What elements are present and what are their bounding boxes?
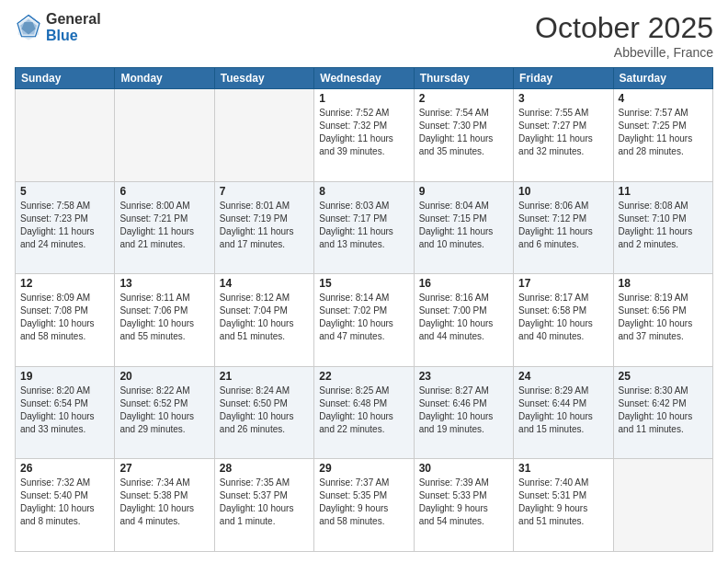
day-number: 13 xyxy=(119,277,209,290)
day-info: Sunrise: 8:14 AMSunset: 7:02 PMDaylight:… xyxy=(319,292,408,343)
day-info: Sunrise: 8:30 AMSunset: 6:42 PMDaylight:… xyxy=(619,385,708,436)
header-thursday: Thursday xyxy=(414,68,513,89)
calendar-cell: 1Sunrise: 7:52 AMSunset: 7:32 PMDaylight… xyxy=(314,89,414,182)
calendar-cell: 15Sunrise: 8:14 AMSunset: 7:02 PMDayligh… xyxy=(314,274,414,367)
day-info: Sunrise: 7:40 AMSunset: 5:31 PMDaylight:… xyxy=(518,477,608,528)
calendar-cell xyxy=(115,89,214,182)
day-info: Sunrise: 7:55 AMSunset: 7:27 PMDaylight:… xyxy=(518,107,608,158)
day-number: 10 xyxy=(518,185,608,198)
calendar-cell: 19Sunrise: 8:20 AMSunset: 6:54 PMDayligh… xyxy=(16,366,115,459)
calendar-cell xyxy=(214,89,313,182)
calendar-cell: 30Sunrise: 7:39 AMSunset: 5:33 PMDayligh… xyxy=(414,459,513,552)
day-number: 24 xyxy=(518,370,608,383)
header-sunday: Sunday xyxy=(16,68,115,89)
calendar-cell: 27Sunrise: 7:34 AMSunset: 5:38 PMDayligh… xyxy=(115,459,214,552)
day-number: 12 xyxy=(20,277,109,290)
day-info: Sunrise: 8:27 AMSunset: 6:46 PMDaylight:… xyxy=(419,385,508,436)
calendar-cell: 10Sunrise: 8:06 AMSunset: 7:12 PMDayligh… xyxy=(514,181,613,274)
calendar-cell: 11Sunrise: 8:08 AMSunset: 7:10 PMDayligh… xyxy=(613,181,712,274)
calendar-cell: 24Sunrise: 8:29 AMSunset: 6:44 PMDayligh… xyxy=(514,366,613,459)
calendar-cell: 28Sunrise: 7:35 AMSunset: 5:37 PMDayligh… xyxy=(214,459,313,552)
calendar-cell: 16Sunrise: 8:16 AMSunset: 7:00 PMDayligh… xyxy=(414,274,513,367)
calendar-table: Sunday Monday Tuesday Wednesday Thursday… xyxy=(15,67,713,552)
day-number: 11 xyxy=(619,185,708,198)
day-number: 6 xyxy=(119,185,209,198)
day-info: Sunrise: 8:12 AMSunset: 7:04 PMDaylight:… xyxy=(220,292,309,343)
logo-general-text: General xyxy=(46,11,101,28)
calendar-row-3: 19Sunrise: 8:20 AMSunset: 6:54 PMDayligh… xyxy=(16,366,713,459)
day-number: 3 xyxy=(518,92,608,105)
day-info: Sunrise: 7:34 AMSunset: 5:38 PMDaylight:… xyxy=(119,477,209,528)
day-number: 4 xyxy=(619,92,708,105)
calendar-cell: 26Sunrise: 7:32 AMSunset: 5:40 PMDayligh… xyxy=(16,459,115,552)
calendar-cell: 13Sunrise: 8:11 AMSunset: 7:06 PMDayligh… xyxy=(115,274,214,367)
logo: General Blue xyxy=(15,11,101,43)
weekday-header-row: Sunday Monday Tuesday Wednesday Thursday… xyxy=(16,68,713,89)
day-number: 18 xyxy=(619,277,708,290)
page: General Blue October 2025 Abbeville, Fra… xyxy=(0,0,728,563)
calendar-cell: 7Sunrise: 8:01 AMSunset: 7:19 PMDaylight… xyxy=(214,181,313,274)
day-number: 16 xyxy=(419,277,508,290)
day-info: Sunrise: 7:35 AMSunset: 5:37 PMDaylight:… xyxy=(220,477,309,528)
header-monday: Monday xyxy=(115,68,214,89)
calendar-cell: 3Sunrise: 7:55 AMSunset: 7:27 PMDaylight… xyxy=(514,89,613,182)
day-info: Sunrise: 7:54 AMSunset: 7:30 PMDaylight:… xyxy=(419,107,508,158)
day-info: Sunrise: 8:11 AMSunset: 7:06 PMDaylight:… xyxy=(119,292,209,343)
day-info: Sunrise: 8:04 AMSunset: 7:15 PMDaylight:… xyxy=(419,200,508,251)
day-number: 1 xyxy=(319,92,408,105)
day-number: 31 xyxy=(518,462,608,475)
calendar-cell: 12Sunrise: 8:09 AMSunset: 7:08 PMDayligh… xyxy=(16,274,115,367)
day-info: Sunrise: 8:09 AMSunset: 7:08 PMDaylight:… xyxy=(20,292,109,343)
day-info: Sunrise: 8:24 AMSunset: 6:50 PMDaylight:… xyxy=(220,385,309,436)
day-info: Sunrise: 8:29 AMSunset: 6:44 PMDaylight:… xyxy=(518,385,608,436)
logo-blue-text: Blue xyxy=(46,28,101,44)
header-tuesday: Tuesday xyxy=(214,68,313,89)
calendar-cell: 5Sunrise: 7:58 AMSunset: 7:23 PMDaylight… xyxy=(16,181,115,274)
calendar-cell: 14Sunrise: 8:12 AMSunset: 7:04 PMDayligh… xyxy=(214,274,313,367)
calendar-cell: 22Sunrise: 8:25 AMSunset: 6:48 PMDayligh… xyxy=(314,366,414,459)
day-info: Sunrise: 8:19 AMSunset: 6:56 PMDaylight:… xyxy=(619,292,708,343)
day-number: 27 xyxy=(119,462,209,475)
day-info: Sunrise: 8:22 AMSunset: 6:52 PMDaylight:… xyxy=(119,385,209,436)
day-info: Sunrise: 7:57 AMSunset: 7:25 PMDaylight:… xyxy=(619,107,708,158)
day-info: Sunrise: 8:00 AMSunset: 7:21 PMDaylight:… xyxy=(119,200,209,251)
day-info: Sunrise: 7:32 AMSunset: 5:40 PMDaylight:… xyxy=(20,477,109,528)
day-number: 8 xyxy=(319,185,408,198)
day-info: Sunrise: 8:01 AMSunset: 7:19 PMDaylight:… xyxy=(220,200,309,251)
day-info: Sunrise: 8:06 AMSunset: 7:12 PMDaylight:… xyxy=(518,200,608,251)
title-area: October 2025 Abbeville, France xyxy=(535,11,713,60)
calendar-cell: 8Sunrise: 8:03 AMSunset: 7:17 PMDaylight… xyxy=(314,181,414,274)
day-info: Sunrise: 7:37 AMSunset: 5:35 PMDaylight:… xyxy=(319,477,408,528)
day-number: 23 xyxy=(419,370,508,383)
calendar-cell: 20Sunrise: 8:22 AMSunset: 6:52 PMDayligh… xyxy=(115,366,214,459)
logo-icon xyxy=(15,14,42,41)
calendar-cell xyxy=(613,459,712,552)
day-number: 2 xyxy=(419,92,508,105)
day-number: 29 xyxy=(319,462,408,475)
day-number: 28 xyxy=(220,462,309,475)
calendar-cell: 21Sunrise: 8:24 AMSunset: 6:50 PMDayligh… xyxy=(214,366,313,459)
calendar-row-1: 5Sunrise: 7:58 AMSunset: 7:23 PMDaylight… xyxy=(16,181,713,274)
header-saturday: Saturday xyxy=(613,68,712,89)
day-number: 9 xyxy=(419,185,508,198)
day-number: 19 xyxy=(20,370,109,383)
header: General Blue October 2025 Abbeville, Fra… xyxy=(15,11,713,60)
month-title: October 2025 xyxy=(535,11,713,45)
day-number: 30 xyxy=(419,462,508,475)
calendar-cell: 17Sunrise: 8:17 AMSunset: 6:58 PMDayligh… xyxy=(514,274,613,367)
calendar-cell xyxy=(16,89,115,182)
day-info: Sunrise: 8:08 AMSunset: 7:10 PMDaylight:… xyxy=(619,200,708,251)
calendar-cell: 4Sunrise: 7:57 AMSunset: 7:25 PMDaylight… xyxy=(613,89,712,182)
calendar-row-0: 1Sunrise: 7:52 AMSunset: 7:32 PMDaylight… xyxy=(16,89,713,182)
day-number: 7 xyxy=(220,185,309,198)
calendar-cell: 2Sunrise: 7:54 AMSunset: 7:30 PMDaylight… xyxy=(414,89,513,182)
day-number: 25 xyxy=(619,370,708,383)
calendar-cell: 23Sunrise: 8:27 AMSunset: 6:46 PMDayligh… xyxy=(414,366,513,459)
day-number: 22 xyxy=(319,370,408,383)
day-number: 5 xyxy=(20,185,109,198)
day-info: Sunrise: 8:03 AMSunset: 7:17 PMDaylight:… xyxy=(319,200,408,251)
day-number: 14 xyxy=(220,277,309,290)
header-friday: Friday xyxy=(514,68,613,89)
day-number: 21 xyxy=(220,370,309,383)
day-info: Sunrise: 7:58 AMSunset: 7:23 PMDaylight:… xyxy=(20,200,109,251)
